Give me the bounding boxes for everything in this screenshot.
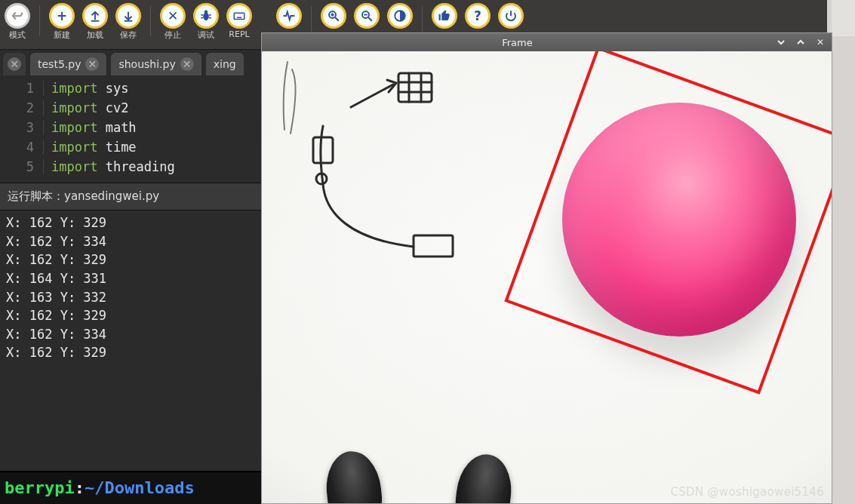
close-icon: ✕: [8, 57, 21, 71]
line-number: 4: [0, 140, 44, 155]
svg-rect-18: [234, 13, 245, 19]
arrow-return-icon: [5, 3, 30, 29]
whiteboard-sketch: [266, 54, 478, 281]
stop-button[interactable]: ✕ 停止: [158, 3, 187, 41]
pulse-button[interactable]: [275, 3, 303, 29]
console-line: X: 163 Y: 332: [6, 288, 263, 307]
save-button[interactable]: 保存: [114, 3, 143, 41]
svg-rect-28: [313, 137, 333, 163]
console-output: X: 162 Y: 329 X: 162 Y: 334 X: 162 Y: 32…: [0, 211, 269, 365]
code-editor[interactable]: 1import sys 2import cv2 3import math 4im…: [0, 75, 269, 183]
toolbar-separator: [311, 6, 312, 36]
terminal[interactable]: berrypi:~/Downloads: [0, 471, 269, 504]
keyboard-icon: [226, 3, 252, 29]
tab-shoushi[interactable]: shoushi.py ✕: [111, 53, 201, 75]
maximize-button[interactable]: [794, 36, 807, 48]
repl-button[interactable]: REPL: [225, 3, 254, 41]
close-icon[interactable]: ✕: [180, 57, 194, 71]
tab-xing[interactable]: xing: [206, 53, 244, 75]
terminal-sep: :: [75, 478, 85, 497]
download-icon: [115, 3, 141, 29]
help-icon: ?: [465, 3, 491, 29]
camera-foot-right: [452, 451, 515, 503]
mode-button[interactable]: 模式: [3, 3, 32, 41]
help-button[interactable]: ?: [463, 3, 492, 29]
frame-titlebar[interactable]: Frame ✕: [262, 33, 832, 51]
close-button[interactable]: ✕: [813, 36, 827, 48]
svg-point-12: [203, 13, 209, 21]
new-button[interactable]: + 新建: [48, 3, 76, 41]
console-line: X: 164 Y: 331: [6, 269, 263, 288]
console-line: X: 162 Y: 329: [6, 214, 263, 232]
zoom-in-button[interactable]: [319, 3, 348, 29]
power-button[interactable]: [497, 3, 525, 29]
watermark: CSDN @woshigaowei5146: [671, 485, 825, 499]
x-icon: ✕: [160, 3, 186, 29]
svg-line-1: [335, 17, 339, 21]
code-line: 3import math: [0, 118, 269, 137]
zoom-in-icon: [321, 3, 346, 29]
camera-foot-left: [323, 449, 386, 503]
bug-icon: [193, 3, 219, 29]
svg-rect-23: [398, 73, 432, 102]
line-number: 1: [0, 81, 44, 96]
terminal-path: ~/Downloads: [85, 478, 195, 497]
svg-rect-30: [414, 235, 453, 257]
debug-label: 调试: [198, 29, 214, 41]
tab-close-left[interactable]: ✕: [3, 53, 26, 75]
save-label: 保存: [120, 29, 137, 41]
thumb-up-button[interactable]: [430, 3, 459, 29]
ide-spacer: [0, 365, 269, 471]
contrast-icon: [387, 3, 413, 29]
console-header-script: yansedingwei.py: [64, 189, 159, 203]
toolbar-separator: [150, 6, 151, 36]
svg-line-17: [209, 17, 211, 18]
tab-label: xing: [214, 58, 236, 70]
code-line: 5import threading: [0, 157, 269, 177]
line-number: 5: [0, 159, 44, 174]
svg-line-15: [209, 15, 211, 16]
svg-line-5: [368, 17, 372, 21]
ide-panel: 模式 + 新建 加载 保存 ✕ 停止 调试: [0, 0, 269, 504]
svg-line-16: [201, 17, 203, 18]
frame-window: Frame ✕ CSDN @woshigaowei514: [261, 32, 832, 504]
detection-box: [504, 51, 832, 395]
line-number: 3: [0, 120, 44, 135]
console-line: X: 162 Y: 329: [6, 250, 263, 269]
console-header: 运行脚本：yansedingwei.py: [0, 183, 269, 211]
console-line: X: 162 Y: 334: [6, 325, 263, 344]
tab-label: shoushi.py: [118, 58, 175, 70]
stop-label: 停止: [165, 29, 181, 41]
line-number: 2: [0, 100, 44, 115]
toolbar-separator: [39, 6, 40, 36]
code-line: 1import sys: [0, 78, 269, 98]
console-line: X: 162 Y: 329: [6, 343, 263, 362]
tab-label: test5.py: [38, 58, 81, 70]
load-button[interactable]: 加载: [81, 3, 109, 41]
tab-test5[interactable]: test5.py ✕: [30, 53, 106, 75]
frame-image: CSDN @woshigaowei5146: [262, 51, 832, 503]
frame-title-text: Frame: [266, 37, 768, 48]
power-icon: [498, 3, 524, 29]
zoom-out-button[interactable]: [352, 3, 381, 29]
svg-line-14: [201, 15, 203, 16]
pulse-icon: [276, 3, 302, 29]
mode-label: 模式: [9, 29, 26, 41]
close-icon[interactable]: ✕: [85, 57, 99, 71]
console-line: X: 162 Y: 329: [6, 306, 263, 325]
code-line: 4import time: [0, 137, 269, 157]
repl-label: REPL: [229, 29, 249, 39]
minimize-button[interactable]: [774, 36, 788, 48]
load-label: 加载: [87, 29, 103, 41]
debug-button[interactable]: 调试: [192, 3, 220, 41]
new-label: 新建: [54, 29, 70, 41]
console-header-prefix: 运行脚本：: [8, 189, 64, 203]
tab-bar: ✕ test5.py ✕ shoushi.py ✕ xing: [0, 50, 269, 75]
contrast-button[interactable]: [386, 3, 414, 29]
terminal-host: berrypi: [5, 478, 75, 497]
console-line: X: 162 Y: 334: [6, 232, 263, 251]
thumb-up-icon: [432, 3, 457, 29]
toolbar: 模式 + 新建 加载 保存 ✕ 停止 调试: [0, 0, 269, 50]
svg-point-13: [205, 11, 208, 14]
plus-icon: +: [49, 3, 75, 29]
